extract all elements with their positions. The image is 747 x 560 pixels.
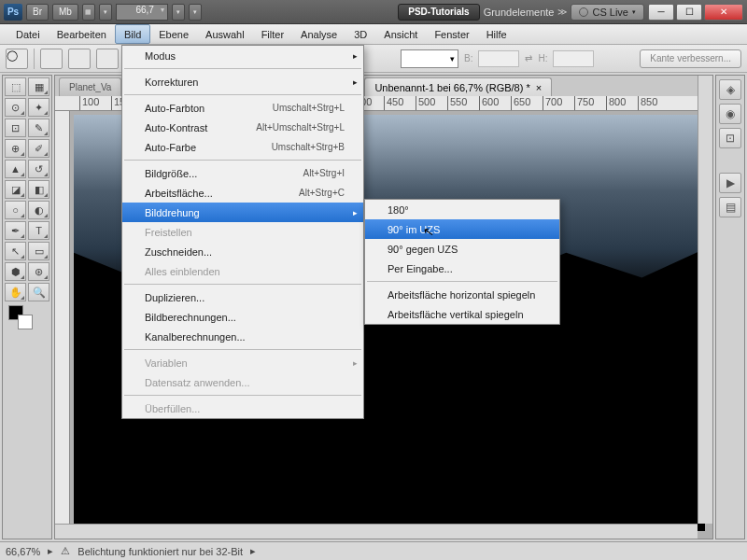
mi-zuschneiden[interactable]: Zuschneiden... xyxy=(122,242,363,261)
camera-tool[interactable]: ⊛ xyxy=(28,262,49,281)
cs-live-button[interactable]: CS Live▾ xyxy=(571,4,644,21)
menu-datei[interactable]: Datei xyxy=(7,24,49,44)
arrange-dropdown[interactable]: ▾ xyxy=(189,4,202,21)
layers-icon[interactable]: ◈ xyxy=(719,79,741,100)
mi-korrekturen[interactable]: Korrekturen xyxy=(122,72,363,91)
menu-fenster[interactable]: Fenster xyxy=(426,24,477,44)
mi-180[interactable]: 180° xyxy=(365,200,559,219)
statusbar: 66,67% ▸ ⚠ Belichtung funktioniert nur b… xyxy=(0,541,747,560)
mi-autokontrast[interactable]: Auto-KontrastAlt+Umschalt+Strg+L xyxy=(122,118,363,137)
tab-close-icon[interactable]: × xyxy=(536,82,542,93)
history-tool[interactable]: ↺ xyxy=(28,160,49,178)
options-bar: ◯ ▾ B: ⇄ H: Kante verbessern... xyxy=(0,45,747,73)
menu-ansicht[interactable]: Ansicht xyxy=(375,24,426,44)
minimize-button[interactable]: ─ xyxy=(648,4,674,21)
scrollbar-vertical[interactable] xyxy=(698,76,712,524)
close-button[interactable]: ✕ xyxy=(704,4,743,21)
mi-bildberechnungen[interactable]: Bildberechnungen... xyxy=(122,307,363,327)
height-input[interactable] xyxy=(553,50,594,67)
workspace-label[interactable]: Grundelemente xyxy=(484,7,555,18)
bridge-button[interactable]: Br xyxy=(26,4,49,21)
scrollbar-horizontal[interactable] xyxy=(55,524,698,539)
move-tool[interactable]: ⬚ xyxy=(5,77,26,96)
width-label: B: xyxy=(464,53,472,63)
menu-filter[interactable]: Filter xyxy=(253,24,292,44)
mi-eingabe[interactable]: Per Eingabe... xyxy=(365,259,559,278)
mi-autofarbton[interactable]: Auto-FarbtonUmschalt+Strg+L xyxy=(122,98,363,118)
dropdown-bild: Modus Korrekturen Auto-FarbtonUmschalt+S… xyxy=(121,45,364,419)
heal-tool[interactable]: ⊕ xyxy=(5,139,26,158)
mi-fliph[interactable]: Arbeitsfläche horizontal spiegeln xyxy=(365,285,559,304)
style-select[interactable]: ▾ xyxy=(401,49,458,68)
mi-autofarbe[interactable]: Auto-FarbeUmschalt+Strg+B xyxy=(122,137,363,157)
selection-add-icon[interactable] xyxy=(68,49,91,69)
channels-icon[interactable]: ◉ xyxy=(719,104,741,124)
actions-icon[interactable]: ▤ xyxy=(719,197,741,217)
mi-bildgroesse[interactable]: Bildgröße...Alt+Strg+I xyxy=(122,163,363,183)
zoom-tool[interactable]: 🔍 xyxy=(28,283,49,301)
mi-modus[interactable]: Modus xyxy=(122,46,363,65)
status-warning-icon: ⚠ xyxy=(61,545,70,557)
ruler-vertical xyxy=(55,111,70,539)
menu-bild[interactable]: Bild xyxy=(115,24,150,44)
path-tool[interactable]: ↖ xyxy=(5,242,26,260)
menu-auswahl[interactable]: Auswahl xyxy=(197,24,253,44)
tab-unbenannt[interactable]: Unbenannt-1 bei 66,7% (RGB/8) *× xyxy=(364,77,552,96)
background-swatch[interactable] xyxy=(18,315,33,329)
dodge-tool[interactable]: ◐ xyxy=(28,201,49,219)
cursor-icon: ↖ xyxy=(422,223,436,240)
mi-kanal[interactable]: Kanalberechnungen... xyxy=(122,327,363,346)
menubar: Datei Bearbeiten Bild Ebene Auswahl Filt… xyxy=(0,24,747,45)
status-arrow-icon[interactable]: ▸ xyxy=(48,545,53,557)
menu-analyse[interactable]: Analyse xyxy=(292,24,345,44)
layout-dropdown[interactable]: ▦ xyxy=(82,4,95,21)
mi-flipv[interactable]: Arbeitsfläche vertikal spiegeln xyxy=(365,304,559,324)
mi-90ccw[interactable]: 90° gegen UZS xyxy=(365,239,559,259)
width-input[interactable] xyxy=(478,50,519,67)
eyedropper-tool[interactable]: ✎ xyxy=(28,119,49,137)
view-dropdown[interactable]: ▾ xyxy=(172,4,185,21)
lasso-tool[interactable]: ⊙ xyxy=(5,98,26,117)
blur-tool[interactable]: ○ xyxy=(5,201,26,219)
3d-tool[interactable]: ⬢ xyxy=(5,262,26,281)
brush-tool[interactable]: ✐ xyxy=(28,139,49,158)
titlebar: Ps Br Mb ▦ ▾ 66,7 ▾ ▾ PSD-Tutorials Grun… xyxy=(0,0,747,24)
history-icon[interactable]: ▶ xyxy=(719,173,741,193)
mi-bilddrehung[interactable]: Bilddrehung xyxy=(122,203,363,222)
tool-preset-icon[interactable]: ◯ xyxy=(6,49,28,69)
pen-tool[interactable]: ✒ xyxy=(5,221,26,240)
mi-variablen: Variablen xyxy=(122,353,363,372)
crop-tool[interactable]: ⊡ xyxy=(5,119,26,137)
workspace-expander[interactable]: ≫ xyxy=(557,7,567,17)
stamp-tool[interactable]: ▲ xyxy=(5,160,26,178)
hand-tool[interactable]: ✋ xyxy=(5,283,26,301)
color-swatches[interactable] xyxy=(5,303,49,331)
screen-dropdown[interactable]: ▾ xyxy=(99,4,112,21)
paths-icon[interactable]: ⊡ xyxy=(719,128,741,148)
menu-3d[interactable]: 3D xyxy=(345,24,375,44)
status-zoom[interactable]: 66,67% xyxy=(6,546,40,557)
type-tool[interactable]: T xyxy=(28,221,49,240)
link-icon[interactable]: ⇄ xyxy=(525,53,532,63)
shape-tool[interactable]: ▭ xyxy=(28,242,49,260)
minibridge-button[interactable]: Mb xyxy=(52,4,78,21)
gradient-tool[interactable]: ◧ xyxy=(28,180,49,199)
psd-tutorials-button[interactable]: PSD-Tutorials xyxy=(398,4,479,21)
wand-tool[interactable]: ✦ xyxy=(28,98,49,117)
menu-hilfe[interactable]: Hilfe xyxy=(478,24,515,44)
refine-edge-button[interactable]: Kante verbessern... xyxy=(640,49,741,68)
mi-arbeitsflaeche[interactable]: Arbeitsfläche...Alt+Strg+C xyxy=(122,183,363,203)
selection-sub-icon[interactable] xyxy=(96,49,119,69)
zoom-field[interactable]: 66,7 xyxy=(116,4,168,21)
menu-ebene[interactable]: Ebene xyxy=(150,24,197,44)
tab-planet[interactable]: Planet_Va xyxy=(59,77,121,96)
maximize-button[interactable]: ☐ xyxy=(676,4,702,21)
marquee-tool[interactable]: ▦ xyxy=(28,77,49,96)
menu-bearbeiten[interactable]: Bearbeiten xyxy=(49,24,115,44)
mi-90cw[interactable]: 90° im UZS xyxy=(365,219,559,239)
window-controls: ─ ☐ ✕ xyxy=(648,4,743,21)
status-disclosure-icon[interactable]: ▸ xyxy=(250,545,256,557)
eraser-tool[interactable]: ◪ xyxy=(5,180,26,199)
selection-new-icon[interactable] xyxy=(40,49,63,69)
mi-duplizieren[interactable]: Duplizieren... xyxy=(122,287,363,307)
